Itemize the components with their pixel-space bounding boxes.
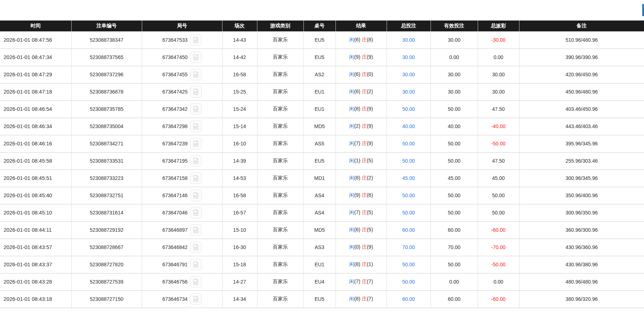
- result-banker-value: (9): [367, 244, 373, 250]
- total-bet-link[interactable]: 50.00: [402, 193, 415, 198]
- table-row: 2026-01-01 08:43:57 523088728667 6736468…: [0, 239, 644, 256]
- replay-video-button[interactable]: [190, 224, 202, 236]
- col-header-bet-id: 注单编号: [71, 21, 142, 31]
- cell-table-no: EU5: [303, 152, 335, 169]
- cell-table-no: EU5: [303, 290, 335, 308]
- replay-video-button[interactable]: [190, 86, 202, 98]
- cell-valid-bet: 40.00: [431, 118, 478, 135]
- result-banker-label: 庄: [362, 261, 367, 267]
- col-header-remark: 备注: [519, 21, 644, 31]
- clipped-edge-button[interactable]: [642, 4, 644, 16]
- cell-round: 673647450: [142, 49, 222, 66]
- cell-game-type: 百家乐: [257, 152, 303, 169]
- result-banker-value: (9): [367, 106, 373, 112]
- cell-bet-id: 523088727150: [71, 290, 142, 308]
- cell-table-no: AS4: [303, 204, 335, 221]
- replay-video-button[interactable]: [190, 69, 202, 80]
- cell-session: 16-58: [222, 187, 257, 204]
- replay-video-button[interactable]: [190, 293, 202, 305]
- cell-session: 15-25: [222, 83, 257, 100]
- result-banker-value: (8): [367, 37, 373, 42]
- result-banker-label: 庄: [362, 175, 367, 181]
- result-player-label: 闲: [349, 106, 354, 112]
- cell-time: 2026-01-01 08:43:57: [0, 239, 71, 256]
- table-row: 2026-01-01 08:47:34 523088737565 6736474…: [0, 49, 644, 66]
- result-player-value: (8): [354, 106, 360, 112]
- result-banker-label: 庄: [362, 123, 367, 129]
- replay-video-button[interactable]: [190, 103, 202, 115]
- total-bet-link[interactable]: 50.00: [402, 262, 415, 267]
- replay-video-button[interactable]: [190, 34, 202, 46]
- col-header-valid-bet: 有效投注: [431, 21, 478, 31]
- replay-video-button[interactable]: [190, 138, 202, 149]
- total-bet-link[interactable]: 70.00: [402, 244, 415, 250]
- round-id: 673646897: [162, 227, 188, 233]
- cell-session: 15-10: [222, 221, 257, 239]
- cell-game-type: 百家乐: [257, 100, 303, 118]
- col-header-time: 时间: [0, 21, 71, 31]
- cell-round: 673647342: [142, 100, 222, 118]
- video-file-icon: [192, 261, 199, 268]
- round-id: 673646842: [162, 244, 188, 250]
- result-player-value: (0): [354, 244, 360, 250]
- cell-total-bet: 30.00: [387, 83, 431, 100]
- cell-valid-bet: 50.00: [431, 187, 478, 204]
- replay-video-button[interactable]: [190, 121, 202, 132]
- total-bet-link[interactable]: 30.00: [402, 72, 415, 77]
- replay-video-button[interactable]: [190, 259, 202, 270]
- cell-total-bet: 50.00: [387, 152, 431, 169]
- replay-video-button[interactable]: [190, 190, 202, 201]
- cell-bet-id: 523088728667: [71, 239, 142, 256]
- total-bet-link[interactable]: 30.00: [402, 37, 415, 43]
- result-player-label: 闲: [349, 140, 354, 146]
- cell-remark: 403.46/450.96: [519, 100, 644, 118]
- replay-video-button[interactable]: [190, 207, 202, 218]
- result-banker-value: (1): [367, 261, 373, 267]
- result-banker-label: 庄: [362, 158, 367, 163]
- cell-session: 16-58: [222, 66, 257, 83]
- total-bet-link[interactable]: 30.00: [402, 54, 415, 60]
- replay-video-button[interactable]: [190, 276, 202, 288]
- cell-valid-bet: 50.00: [431, 135, 478, 152]
- total-bet-link[interactable]: 40.00: [402, 123, 415, 129]
- cell-result: 闲(6) 庄(5): [335, 221, 387, 239]
- result-player-value: (9): [354, 192, 360, 198]
- total-bet-link[interactable]: 50.00: [402, 210, 415, 216]
- replay-video-button[interactable]: [190, 241, 202, 253]
- total-bet-link[interactable]: 45.00: [402, 175, 415, 181]
- cell-time: 2026-01-01 08:46:34: [0, 118, 71, 135]
- bet-history-page: 时间 注单编号 局号 场次 游戏类别 桌号 结果 总投注 有效投注 总派彩 备注…: [0, 0, 644, 312]
- table-row: 2026-01-01 08:46:54 523088735785 6736473…: [0, 100, 644, 118]
- table-row: 2026-01-01 08:47:18 523088736878 6736474…: [0, 83, 644, 100]
- result-banker-label: 庄: [362, 296, 367, 302]
- cell-game-type: 百家乐: [257, 204, 303, 221]
- result-banker-label: 庄: [362, 209, 367, 215]
- cell-bet-id: 523088734271: [71, 135, 142, 152]
- cell-remark: 300.96/345.96: [519, 169, 644, 187]
- replay-video-button[interactable]: [190, 51, 202, 63]
- cell-session: 14-42: [222, 49, 257, 66]
- total-bet-link[interactable]: 30.00: [402, 89, 415, 95]
- table-row: 2026-01-01 08:43:37 523088727820 6736467…: [0, 256, 644, 273]
- replay-video-button[interactable]: [190, 172, 202, 184]
- cell-valid-bet: 45.00: [431, 169, 478, 187]
- total-bet-link[interactable]: 50.00: [402, 279, 415, 285]
- cell-game-type: 百家乐: [257, 187, 303, 204]
- total-bet-link[interactable]: 50.00: [402, 106, 415, 112]
- total-bet-link[interactable]: 60.00: [402, 227, 415, 233]
- result-player-value: (6): [354, 37, 360, 42]
- cell-result: 闲(7) 庄(5): [335, 204, 387, 221]
- total-bet-link[interactable]: 60.00: [402, 296, 415, 302]
- total-bet-link[interactable]: 50.00: [402, 141, 415, 146]
- table-row: 2026-01-01 08:45:51 523088733223 6736471…: [0, 169, 644, 187]
- cell-time: 2026-01-01 08:43:37: [0, 256, 71, 273]
- cell-remark: 390.96/390.96: [519, 49, 644, 66]
- cell-table-no: EU5: [303, 31, 335, 49]
- result-banker-label: 庄: [362, 192, 367, 198]
- cell-total-bet: 30.00: [387, 66, 431, 83]
- video-file-icon: [192, 192, 199, 199]
- total-bet-link[interactable]: 50.00: [402, 158, 415, 164]
- replay-video-button[interactable]: [190, 155, 202, 167]
- cell-payout: -40.00: [478, 118, 519, 135]
- cell-result: 闲(2) 庄(9): [335, 118, 387, 135]
